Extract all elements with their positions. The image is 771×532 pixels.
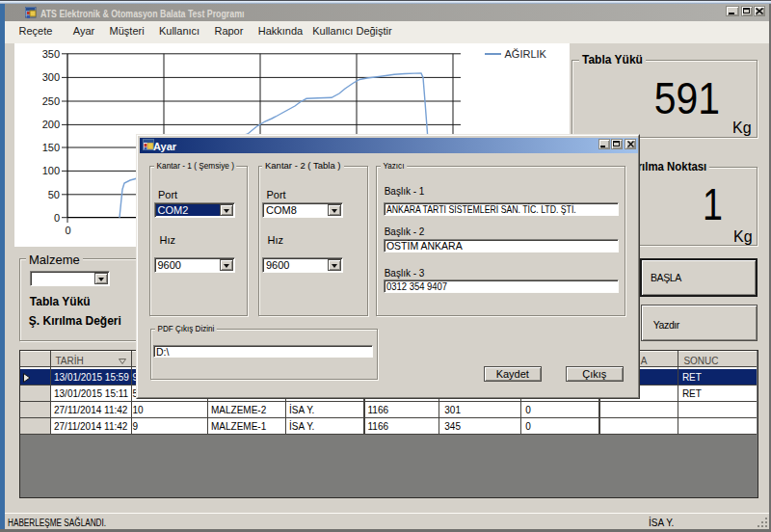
svg-text:250: 250 (42, 94, 60, 106)
svg-text:50: 50 (48, 188, 60, 200)
svg-text:300: 300 (42, 71, 60, 83)
svg-text:350: 350 (42, 47, 60, 59)
svg-text:200: 200 (42, 119, 60, 130)
svg-text:0: 0 (54, 211, 60, 223)
svg-text:150: 150 (42, 141, 60, 152)
svg-text:100: 100 (42, 165, 60, 176)
svg-text:0: 0 (65, 225, 70, 236)
svg-text:AĞIRLIK: AĞIRLIK (505, 48, 547, 60)
